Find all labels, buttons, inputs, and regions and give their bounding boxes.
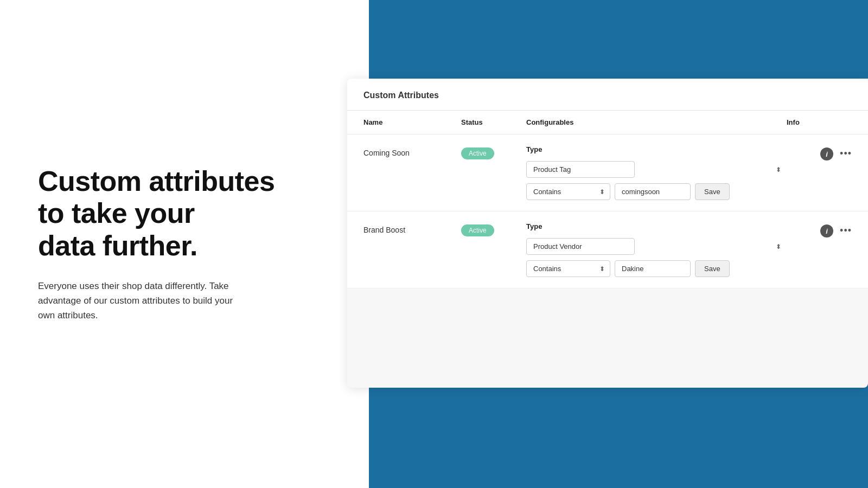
col-header-configurables: Configurables (526, 118, 787, 126)
col-header-status: Status (461, 118, 526, 126)
type-select-arrow-brand-boost: ⬍ (776, 243, 781, 251)
status-badge-brand-boost: Active (461, 224, 494, 236)
row-name-brand-boost: Brand Boost (363, 222, 461, 234)
filter-row-brand-boost: Contains Equals Starts with ⬍ Save (526, 260, 787, 277)
row-info-brand-boost: i ••• (787, 222, 852, 237)
type-select-wrapper-coming-soon: Product Tag Product Vendor Product Type … (526, 161, 787, 178)
col-header-info: Info (787, 118, 852, 126)
type-select-brand-boost[interactable]: Product Vendor Product Tag Product Type (526, 238, 635, 255)
body-text: Everyone uses their shop data differentl… (38, 279, 244, 323)
card-title: Custom Attributes (363, 91, 439, 100)
filter-input-coming-soon[interactable] (615, 183, 691, 200)
type-label-coming-soon: Type (526, 145, 787, 153)
table-row: Brand Boost Active Type Product Vendor P… (347, 211, 868, 288)
filter-select-coming-soon[interactable]: Contains Equals Starts with (526, 183, 610, 200)
filter-row-coming-soon: Contains Equals Starts with ⬍ Save (526, 183, 787, 200)
type-label-brand-boost: Type (526, 222, 787, 230)
blue-top-bg (369, 0, 868, 79)
type-select-coming-soon[interactable]: Product Tag Product Vendor Product Type (526, 161, 635, 178)
table-header: Name Status Configurables Info (347, 111, 868, 134)
table-row: Coming Soon Active Type Product Tag Prod… (347, 134, 868, 211)
row-name-coming-soon: Coming Soon (363, 145, 461, 157)
headline-line2: to take your (38, 197, 195, 229)
row-configurables-brand-boost: Type Product Vendor Product Tag Product … (526, 222, 787, 277)
row-info-coming-soon: i ••• (787, 145, 852, 160)
save-button-brand-boost[interactable]: Save (695, 260, 730, 277)
blue-bottom-bg (369, 380, 868, 488)
filter-input-brand-boost[interactable] (615, 260, 691, 277)
card-header: Custom Attributes (347, 79, 868, 111)
filter-select-wrapper-brand-boost: Contains Equals Starts with ⬍ (526, 260, 610, 277)
type-select-wrapper-brand-boost: Product Vendor Product Tag Product Type … (526, 238, 787, 255)
right-panel: Custom Attributes Name Status Configurab… (347, 0, 868, 488)
headline-line3: data further. (38, 230, 197, 261)
card-inner: Custom Attributes Name Status Configurab… (347, 79, 868, 288)
headline: Custom attributes to take your data furt… (38, 165, 309, 262)
more-icon-brand-boost[interactable]: ••• (840, 225, 852, 236)
filter-select-brand-boost[interactable]: Contains Equals Starts with (526, 260, 610, 277)
custom-attributes-card: Custom Attributes Name Status Configurab… (347, 79, 868, 388)
more-icon-coming-soon[interactable]: ••• (840, 148, 852, 159)
left-panel: Custom attributes to take your data furt… (0, 0, 347, 488)
status-badge-coming-soon: Active (461, 147, 494, 159)
headline-line1: Custom attributes (38, 165, 275, 197)
row-configurables-coming-soon: Type Product Tag Product Vendor Product … (526, 145, 787, 200)
row-status-coming-soon: Active (461, 145, 526, 159)
info-icon-coming-soon[interactable]: i (820, 147, 833, 160)
save-button-coming-soon[interactable]: Save (695, 183, 730, 200)
col-header-name: Name (363, 118, 461, 126)
info-icon-brand-boost[interactable]: i (820, 224, 833, 237)
row-status-brand-boost: Active (461, 222, 526, 236)
type-select-arrow-coming-soon: ⬍ (776, 166, 781, 174)
filter-select-wrapper-coming-soon: Contains Equals Starts with ⬍ (526, 183, 610, 200)
